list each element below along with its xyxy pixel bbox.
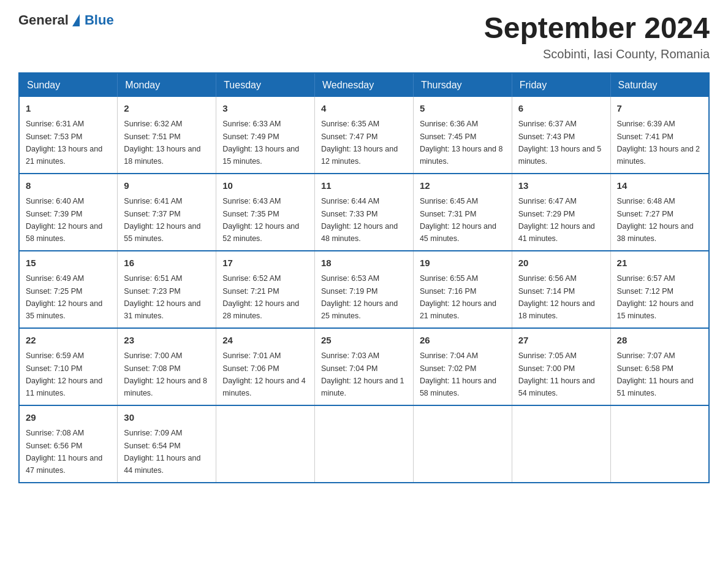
calendar-cell: 9 Sunrise: 6:41 AMSunset: 7:37 PMDayligh… (118, 174, 216, 251)
calendar-cell: 11 Sunrise: 6:44 AMSunset: 7:33 PMDaylig… (315, 174, 414, 251)
calendar-cell (315, 405, 414, 483)
calendar-cell: 26 Sunrise: 7:04 AMSunset: 7:02 PMDaylig… (413, 328, 512, 405)
calendar-cell: 20 Sunrise: 6:56 AMSunset: 7:14 PMDaylig… (512, 251, 610, 328)
day-number: 23 (124, 334, 210, 348)
calendar-cell: 27 Sunrise: 7:05 AMSunset: 7:00 PMDaylig… (512, 328, 610, 405)
day-number: 3 (222, 102, 308, 116)
day-info: Sunrise: 6:33 AMSunset: 7:49 PMDaylight:… (222, 120, 299, 166)
day-number: 28 (617, 334, 702, 348)
day-info: Sunrise: 6:57 AMSunset: 7:12 PMDaylight:… (617, 274, 694, 320)
day-number: 30 (124, 411, 210, 425)
calendar-cell: 7 Sunrise: 6:39 AMSunset: 7:41 PMDayligh… (610, 97, 709, 174)
day-info: Sunrise: 7:09 AMSunset: 6:54 PMDaylight:… (124, 429, 200, 475)
day-number: 11 (321, 179, 407, 193)
day-info: Sunrise: 6:44 AMSunset: 7:33 PMDaylight:… (321, 197, 398, 243)
day-number: 12 (420, 179, 506, 193)
day-info: Sunrise: 6:41 AMSunset: 7:37 PMDaylight:… (124, 197, 200, 243)
calendar-cell: 4 Sunrise: 6:35 AMSunset: 7:47 PMDayligh… (315, 97, 414, 174)
day-number: 25 (321, 334, 407, 348)
week-row-4: 22 Sunrise: 6:59 AMSunset: 7:10 PMDaylig… (19, 328, 709, 405)
day-number: 8 (26, 179, 111, 193)
calendar-cell: 13 Sunrise: 6:47 AMSunset: 7:29 PMDaylig… (512, 174, 610, 251)
day-number: 27 (518, 334, 604, 348)
calendar-cell: 21 Sunrise: 6:57 AMSunset: 7:12 PMDaylig… (610, 251, 709, 328)
calendar-cell (610, 405, 709, 483)
calendar-cell (413, 405, 512, 483)
week-row-2: 8 Sunrise: 6:40 AMSunset: 7:39 PMDayligh… (19, 174, 709, 251)
calendar-cell: 6 Sunrise: 6:37 AMSunset: 7:43 PMDayligh… (512, 97, 610, 174)
calendar-cell: 19 Sunrise: 6:55 AMSunset: 7:16 PMDaylig… (413, 251, 512, 328)
calendar-cell: 10 Sunrise: 6:43 AMSunset: 7:35 PMDaylig… (216, 174, 315, 251)
day-info: Sunrise: 6:45 AMSunset: 7:31 PMDaylight:… (420, 197, 496, 243)
day-info: Sunrise: 6:48 AMSunset: 7:27 PMDaylight:… (617, 197, 694, 243)
day-number: 14 (617, 179, 702, 193)
week-row-3: 15 Sunrise: 6:49 AMSunset: 7:25 PMDaylig… (19, 251, 709, 328)
day-number: 16 (124, 256, 210, 270)
day-number: 2 (124, 102, 210, 116)
day-info: Sunrise: 6:47 AMSunset: 7:29 PMDaylight:… (518, 197, 595, 243)
day-number: 9 (124, 179, 210, 193)
day-number: 29 (26, 411, 111, 425)
day-info: Sunrise: 6:39 AMSunset: 7:41 PMDaylight:… (617, 120, 700, 166)
day-number: 18 (321, 256, 407, 270)
day-number: 17 (222, 256, 308, 270)
day-number: 20 (518, 256, 604, 270)
header-saturday: Saturday (610, 73, 709, 97)
header-monday: Monday (118, 73, 216, 97)
header-friday: Friday (512, 73, 610, 97)
calendar-cell: 12 Sunrise: 6:45 AMSunset: 7:31 PMDaylig… (413, 174, 512, 251)
day-number: 4 (321, 102, 407, 116)
day-number: 7 (617, 102, 702, 116)
title-section: September 2024 Scobinti, Iasi County, Ro… (484, 12, 710, 61)
day-number: 26 (420, 334, 506, 348)
week-row-5: 29 Sunrise: 7:08 AMSunset: 6:56 PMDaylig… (19, 405, 709, 483)
month-title: September 2024 (484, 12, 710, 45)
day-info: Sunrise: 6:43 AMSunset: 7:35 PMDaylight:… (222, 197, 299, 243)
calendar-cell: 14 Sunrise: 6:48 AMSunset: 7:27 PMDaylig… (610, 174, 709, 251)
day-info: Sunrise: 6:31 AMSunset: 7:53 PMDaylight:… (26, 120, 102, 166)
day-info: Sunrise: 6:53 AMSunset: 7:19 PMDaylight:… (321, 274, 398, 320)
day-number: 10 (222, 179, 308, 193)
calendar-cell: 2 Sunrise: 6:32 AMSunset: 7:51 PMDayligh… (118, 97, 216, 174)
day-info: Sunrise: 6:59 AMSunset: 7:10 PMDaylight:… (26, 351, 102, 397)
week-row-1: 1 Sunrise: 6:31 AMSunset: 7:53 PMDayligh… (19, 97, 709, 174)
day-number: 6 (518, 102, 604, 116)
day-info: Sunrise: 7:08 AMSunset: 6:56 PMDaylight:… (26, 429, 102, 475)
header-tuesday: Tuesday (216, 73, 315, 97)
calendar-table: Sunday Monday Tuesday Wednesday Thursday… (18, 72, 710, 483)
day-info: Sunrise: 6:56 AMSunset: 7:14 PMDaylight:… (518, 274, 595, 320)
calendar-cell: 17 Sunrise: 6:52 AMSunset: 7:21 PMDaylig… (216, 251, 315, 328)
weekday-header-row: Sunday Monday Tuesday Wednesday Thursday… (19, 73, 709, 97)
calendar-cell: 18 Sunrise: 6:53 AMSunset: 7:19 PMDaylig… (315, 251, 414, 328)
day-info: Sunrise: 6:40 AMSunset: 7:39 PMDaylight:… (26, 197, 102, 243)
header-wednesday: Wednesday (315, 73, 414, 97)
calendar-cell: 8 Sunrise: 6:40 AMSunset: 7:39 PMDayligh… (19, 174, 118, 251)
day-number: 15 (26, 256, 111, 270)
calendar-cell: 3 Sunrise: 6:33 AMSunset: 7:49 PMDayligh… (216, 97, 315, 174)
day-info: Sunrise: 6:32 AMSunset: 7:51 PMDaylight:… (124, 120, 200, 166)
calendar-cell: 5 Sunrise: 6:36 AMSunset: 7:45 PMDayligh… (413, 97, 512, 174)
day-number: 22 (26, 334, 111, 348)
day-info: Sunrise: 6:52 AMSunset: 7:21 PMDaylight:… (222, 274, 299, 320)
calendar-cell: 15 Sunrise: 6:49 AMSunset: 7:25 PMDaylig… (19, 251, 118, 328)
day-number: 1 (26, 102, 111, 116)
day-info: Sunrise: 6:51 AMSunset: 7:23 PMDaylight:… (124, 274, 200, 320)
page-header: General Blue September 2024 Scobinti, Ia… (18, 12, 710, 61)
logo-text-general: General (18, 12, 69, 28)
header-sunday: Sunday (19, 73, 118, 97)
day-number: 13 (518, 179, 604, 193)
day-info: Sunrise: 6:55 AMSunset: 7:16 PMDaylight:… (420, 274, 496, 320)
day-info: Sunrise: 7:07 AMSunset: 6:58 PMDaylight:… (617, 351, 694, 397)
logo-icon (72, 14, 80, 26)
calendar-cell: 28 Sunrise: 7:07 AMSunset: 6:58 PMDaylig… (610, 328, 709, 405)
day-info: Sunrise: 7:00 AMSunset: 7:08 PMDaylight:… (124, 351, 207, 397)
calendar-cell: 22 Sunrise: 6:59 AMSunset: 7:10 PMDaylig… (19, 328, 118, 405)
header-thursday: Thursday (413, 73, 512, 97)
day-info: Sunrise: 6:37 AMSunset: 7:43 PMDaylight:… (518, 120, 602, 166)
day-info: Sunrise: 6:35 AMSunset: 7:47 PMDaylight:… (321, 120, 398, 166)
day-info: Sunrise: 6:36 AMSunset: 7:45 PMDaylight:… (420, 120, 503, 166)
day-number: 5 (420, 102, 506, 116)
calendar-cell: 29 Sunrise: 7:08 AMSunset: 6:56 PMDaylig… (19, 405, 118, 483)
day-info: Sunrise: 7:05 AMSunset: 7:00 PMDaylight:… (518, 351, 595, 397)
calendar-cell: 24 Sunrise: 7:01 AMSunset: 7:06 PMDaylig… (216, 328, 315, 405)
